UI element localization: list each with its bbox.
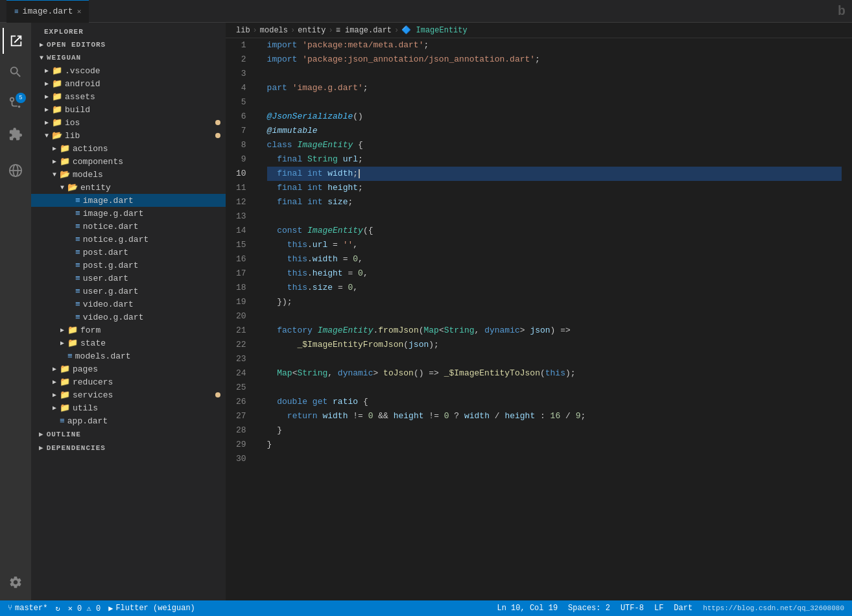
state-folder[interactable]: ▶ 📁 state: [31, 337, 226, 349]
app-dart-file[interactable]: ▶ ≡ app.dart: [31, 414, 226, 427]
user-dart-label: user.dart: [83, 274, 128, 283]
services-folder[interactable]: ▶ 📁 services: [31, 388, 226, 401]
state-arrow: ▶: [57, 338, 67, 348]
code-line-16: this.width = 0,: [267, 252, 842, 267]
code-editor[interactable]: 12345 6789 10 1112131415 1617181920 2122…: [226, 38, 852, 600]
spaces[interactable]: Spaces: 2: [568, 604, 610, 613]
errors-count[interactable]: ✕ 0 ⚠ 0: [68, 604, 101, 613]
components-folder[interactable]: ▶ 📁 components: [31, 155, 226, 168]
weiguan-section[interactable]: ▼ WEIGUAN: [31, 51, 226, 64]
actions-folder[interactable]: ▶ 📁 actions: [31, 142, 226, 155]
services-label: services: [73, 390, 113, 400]
language[interactable]: Dart: [674, 604, 692, 613]
open-editors-arrow: ▶: [36, 40, 47, 50]
code-line-28: }: [267, 423, 842, 438]
git-branch[interactable]: ⑂ master*: [8, 604, 47, 613]
image-g-dart-label: image.g.dart: [83, 209, 144, 219]
models-dart-label: models.dart: [75, 351, 131, 361]
reducers-folder[interactable]: ▶ 📁 reducers: [31, 375, 226, 388]
code-line-5: [267, 95, 842, 110]
remote-activity-icon[interactable]: [3, 158, 29, 184]
dart-file-icon: ≡: [75, 287, 80, 296]
dart-file-icon: ≡: [75, 313, 80, 322]
image-dart-file[interactable]: ▶ ≡ image.dart: [31, 194, 226, 207]
search-activity-icon[interactable]: [3, 59, 29, 85]
user-g-dart-file[interactable]: ▶ ≡ user.g.dart: [31, 285, 226, 298]
tab-close-icon[interactable]: ✕: [77, 7, 82, 16]
entity-label: entity: [80, 183, 111, 193]
code-line-3: [267, 67, 842, 81]
state-label: state: [80, 338, 106, 348]
code-line-12: final int size;: [267, 195, 842, 209]
video-g-dart-file[interactable]: ▶ ≡ video.g.dart: [31, 311, 226, 324]
reducers-label: reducers: [73, 377, 113, 387]
outline-section[interactable]: ▶ OUTLINE: [31, 427, 226, 441]
code-content[interactable]: import 'package:meta/meta.dart'; import …: [257, 38, 852, 600]
dart-file-icon: ≡: [75, 300, 80, 309]
pages-arrow: ▶: [49, 364, 60, 374]
bc-sep2: ›: [290, 26, 295, 35]
assets-label: assets: [65, 92, 95, 102]
notice-g-dart-label: notice.g.dart: [83, 235, 148, 244]
assets-folder[interactable]: ▶ 📁 assets: [31, 90, 226, 103]
reducers-arrow: ▶: [49, 377, 60, 387]
user-g-dart-label: user.g.dart: [83, 287, 139, 296]
post-g-dart-file[interactable]: ▶ ≡ post.g.dart: [31, 259, 226, 272]
folder-icon: 📁: [60, 156, 70, 167]
build-arrow: ▶: [41, 104, 52, 115]
url-display: https://blog.csdn.net/qq_32608080: [703, 604, 844, 612]
open-editors-section[interactable]: ▶ OPEN EDITORS: [31, 38, 226, 51]
breadcrumb-class: 🔷 ImageEntity: [401, 25, 467, 35]
folder-icon: 📁: [60, 364, 70, 374]
dart-file-icon: ≡: [75, 274, 80, 283]
eol[interactable]: LF: [654, 604, 663, 613]
entity-folder[interactable]: ▼ 📂 entity: [31, 181, 226, 194]
android-folder[interactable]: ▶ 📁 android: [31, 77, 226, 90]
breadcrumb-models: models: [260, 26, 288, 35]
folder-icon: 📁: [60, 403, 70, 413]
components-arrow: ▶: [49, 156, 60, 167]
settings-activity-icon[interactable]: [3, 569, 29, 595]
ios-label: ios: [65, 118, 80, 128]
video-dart-label: video.dart: [83, 300, 134, 309]
post-dart-file[interactable]: ▶ ≡ post.dart: [31, 246, 226, 259]
dependencies-section[interactable]: ▶ DEPENDENCIES: [31, 441, 226, 455]
status-bar: ⑂ master* ↻ ✕ 0 ⚠ 0 ▶ Flutter (weiguan) …: [0, 600, 852, 616]
models-dart-file[interactable]: ▶ ≡ models.dart: [31, 349, 226, 362]
video-dart-file[interactable]: ▶ ≡ video.dart: [31, 298, 226, 311]
activity-bar: 5: [0, 23, 31, 600]
file-tab[interactable]: ≡ image.dart ✕: [6, 0, 89, 23]
flutter-run[interactable]: ▶ Flutter (weiguan): [108, 604, 195, 613]
post-g-dart-label: post.g.dart: [83, 261, 139, 270]
image-dart-label: image.dart: [83, 196, 134, 206]
models-arrow: ▼: [49, 169, 60, 180]
source-control-activity-icon[interactable]: 5: [3, 90, 29, 116]
services-dot: [215, 392, 220, 397]
user-dart-file[interactable]: ▶ ≡ user.dart: [31, 272, 226, 285]
build-folder[interactable]: ▶ 📁 build: [31, 103, 226, 116]
models-folder[interactable]: ▼ 📂 models: [31, 168, 226, 181]
git-icon: ⑂: [8, 604, 12, 613]
lib-folder[interactable]: ▼ 📂 lib: [31, 129, 226, 142]
form-folder[interactable]: ▶ 📁 form: [31, 324, 226, 337]
ios-folder[interactable]: ▶ 📁 ios: [31, 116, 226, 129]
folder-open-icon: 📂: [67, 182, 78, 193]
vscode-folder[interactable]: ▶ 📁 .vscode: [31, 64, 226, 77]
lib-label: lib: [65, 131, 80, 141]
notice-g-dart-file[interactable]: ▶ ≡ notice.g.dart: [31, 233, 226, 246]
utils-folder[interactable]: ▶ 📁 utils: [31, 401, 226, 414]
sync-button[interactable]: ↻: [55, 604, 60, 613]
extensions-activity-icon[interactable]: [3, 121, 29, 147]
folder-icon: 📁: [52, 91, 62, 102]
code-line-11: final int height;: [267, 181, 842, 195]
android-arrow: ▶: [41, 78, 52, 89]
encoding[interactable]: UTF-8: [621, 604, 644, 613]
code-line-7: @immutable: [267, 124, 842, 138]
explorer-activity-icon[interactable]: [3, 28, 29, 54]
warning-icon: ⚠: [87, 604, 91, 613]
cursor-position[interactable]: Ln 10, Col 19: [497, 604, 558, 613]
image-g-dart-file[interactable]: ▶ ≡ image.g.dart: [31, 207, 226, 220]
code-line-13: [267, 209, 842, 224]
notice-dart-file[interactable]: ▶ ≡ notice.dart: [31, 220, 226, 233]
pages-folder[interactable]: ▶ 📁 pages: [31, 362, 226, 375]
